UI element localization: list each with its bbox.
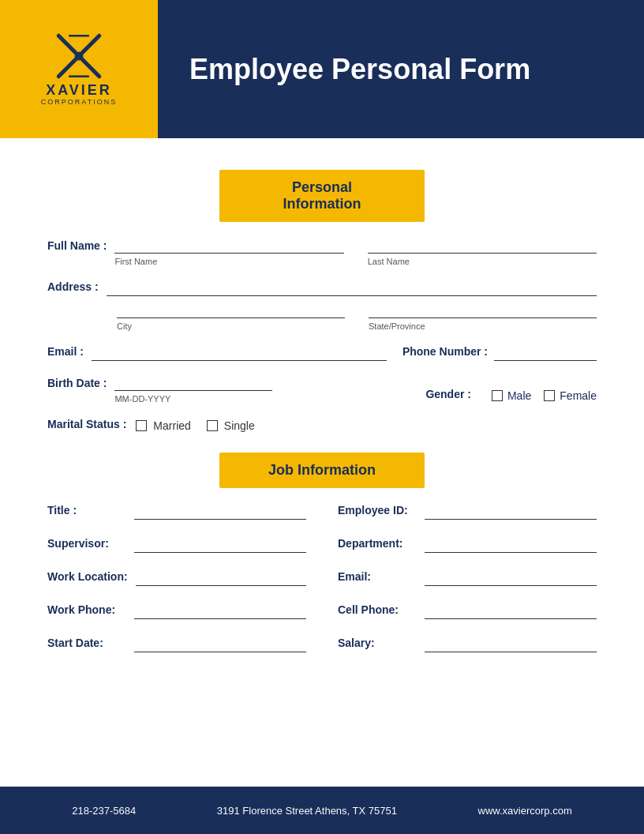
personal-info-header: Personal Information [219, 170, 425, 222]
single-option[interactable]: Single [207, 419, 255, 432]
city-sublabel: City [117, 321, 345, 331]
footer-phone: 218-237-5684 [72, 805, 136, 817]
first-name-field: First Name [114, 238, 343, 266]
logo-sub: CORPORATIONS [41, 98, 117, 106]
svg-line-0 [58, 36, 79, 56]
title-row: Title : [47, 504, 306, 520]
single-label: Single [224, 419, 255, 432]
full-name-label: Full Name : [47, 239, 107, 266]
female-checkbox[interactable] [544, 390, 555, 401]
job-info-header: Job Information [219, 453, 425, 488]
birthdate-group: Birth Date : MM-DD-YYYY [47, 375, 425, 404]
address-label: Address : [47, 280, 99, 296]
cell-phone-input[interactable] [425, 603, 597, 619]
address-row: Address : [47, 280, 597, 296]
work-phone-row: Work Phone: [47, 603, 306, 619]
birthdate-label: Birth Date : [47, 377, 107, 404]
header: XAVIER CORPORATIONS Employee Personal Fo… [0, 0, 644, 138]
job-right-col: Employee ID: Department: Email: Cell Pho… [338, 504, 597, 670]
supervisor-row: Supervisor: [47, 537, 306, 553]
last-name-input[interactable] [368, 238, 597, 254]
supervisor-input[interactable] [134, 537, 306, 553]
female-label: Female [560, 389, 597, 402]
email-label: Email : [47, 345, 84, 361]
svg-line-3 [79, 56, 99, 77]
last-name-sublabel: Last Name [368, 257, 597, 266]
personal-info-section: Full Name : First Name Last Name Address… [47, 238, 597, 434]
birthdate-input[interactable] [114, 375, 272, 391]
state-input[interactable] [369, 302, 597, 318]
birthdate-sublabel: MM-DD-YYYY [114, 394, 272, 404]
logo-icon [51, 32, 107, 80]
male-checkbox[interactable] [492, 390, 503, 401]
job-email-label: Email: [338, 570, 417, 586]
start-date-row: Start Date: [47, 637, 306, 652]
city-input[interactable] [117, 302, 345, 318]
work-phone-input[interactable] [134, 603, 306, 619]
state-field: State/Province [369, 302, 597, 331]
department-row: Department: [338, 537, 597, 553]
full-name-row: Full Name : First Name Last Name [47, 238, 597, 266]
first-name-input[interactable] [114, 238, 343, 254]
footer-website: www.xaviercorp.com [478, 805, 572, 817]
supervisor-label: Supervisor: [47, 537, 126, 553]
work-location-input[interactable] [136, 570, 306, 586]
employee-id-label: Employee ID: [338, 504, 417, 520]
married-label: Married [153, 419, 190, 432]
logo-box: XAVIER CORPORATIONS [0, 0, 158, 138]
male-label: Male [507, 389, 531, 402]
address-input[interactable] [107, 280, 597, 296]
cell-phone-label: Cell Phone: [338, 603, 417, 619]
marital-row: Marital Status : Married Single [47, 418, 597, 434]
job-email-input[interactable] [425, 570, 597, 586]
footer-phone-text: 218-237-5684 [72, 805, 136, 817]
gender-female-option[interactable]: Female [544, 389, 597, 402]
start-date-label: Start Date: [47, 637, 126, 652]
footer-website-text: www.xaviercorp.com [478, 805, 572, 817]
main-content: Personal Information Full Name : First N… [0, 138, 644, 686]
job-left-col: Title : Supervisor: Work Location: Work … [47, 504, 306, 670]
employee-id-input[interactable] [425, 504, 597, 520]
department-label: Department: [338, 537, 417, 553]
gender-label: Gender : [425, 388, 471, 404]
cell-phone-row: Cell Phone: [338, 603, 597, 619]
city-state-row: City State/Province [117, 302, 597, 331]
footer-address: 3191 Florence Street Athens, TX 75751 [217, 805, 397, 817]
department-input[interactable] [425, 537, 597, 553]
logo-name: XAVIER [46, 83, 112, 99]
last-name-field: Last Name [368, 238, 597, 266]
salary-row: Salary: [338, 637, 597, 652]
start-date-input[interactable] [134, 637, 306, 652]
work-location-label: Work Location: [47, 570, 128, 586]
title-label: Title : [47, 504, 126, 520]
employee-id-row: Employee ID: [338, 504, 597, 520]
state-sublabel: State/Province [369, 321, 597, 331]
gender-group: Gender : Male Female [425, 388, 597, 404]
first-name-sublabel: First Name [114, 257, 343, 266]
email-group: Email : [47, 345, 387, 361]
email-phone-row: Email : Phone Number : [47, 345, 597, 361]
married-option[interactable]: Married [136, 419, 190, 432]
phone-label: Phone Number : [402, 345, 488, 361]
svg-line-1 [58, 56, 79, 77]
footer: 218-237-5684 3191 Florence Street Athens… [0, 787, 644, 834]
birthdate-field: MM-DD-YYYY [114, 375, 272, 404]
birthdate-gender-row: Birth Date : MM-DD-YYYY Gender : Male Fe… [47, 375, 597, 404]
married-checkbox[interactable] [136, 420, 147, 431]
email-input[interactable] [92, 345, 387, 361]
salary-label: Salary: [338, 637, 417, 652]
name-fields: First Name Last Name [114, 238, 597, 266]
single-checkbox[interactable] [207, 420, 218, 431]
job-email-row: Email: [338, 570, 597, 586]
marital-options: Married Single [136, 419, 254, 432]
title-input[interactable] [134, 504, 306, 520]
work-phone-label: Work Phone: [47, 603, 126, 619]
page-title: Employee Personal Form [158, 53, 530, 86]
salary-input[interactable] [425, 637, 597, 652]
phone-group: Phone Number : [402, 345, 597, 361]
job-form-grid: Title : Supervisor: Work Location: Work … [47, 504, 597, 670]
svg-line-2 [79, 36, 99, 56]
phone-input[interactable] [494, 345, 597, 361]
footer-address-text: 3191 Florence Street Athens, TX 75751 [217, 805, 397, 817]
gender-male-option[interactable]: Male [492, 389, 531, 402]
